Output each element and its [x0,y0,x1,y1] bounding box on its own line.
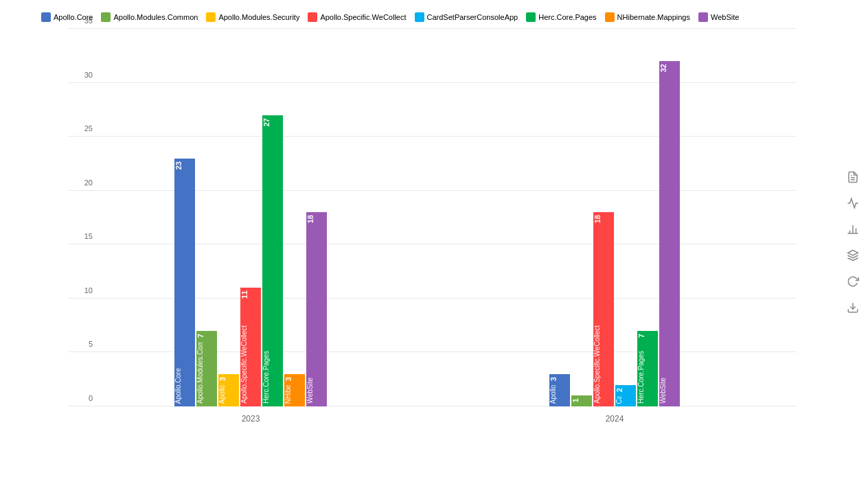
legend-label-apollo-modules-common: Apollo.Modules.Common [113,13,198,21]
legend-color-cardset-parser-console [415,12,424,22]
legend-label-herc-core-pages: Herc.Core.Pages [538,13,596,21]
legend-label-website: WebSite [711,13,739,21]
bar-label-2023-apollo-modules-common: Apollo.Modules.Common [196,342,217,404]
chart-container: Apollo.Core Apollo.Modules.Common Apollo… [0,0,838,484]
bar-2023-herc-core-pages[interactable]: 27Herc.Core.Pages [262,115,283,406]
bar-value-2024-apollo-specific-wecollect: 18 [593,215,614,223]
bar-wrapper-2023-apollo-core: 23Apollo.Core [174,29,195,406]
bar-value-2023-nhibernate-mappings: 3 [284,377,305,381]
bar-label-2023-nhibernate-mappings: NHibernate.Mappings [284,385,305,404]
legend-color-nhibernate-mappings [605,12,615,22]
bar-label-2024-cardset-parser-console: CardSetParserConsoleApp [615,396,636,404]
bar-2023-apollo-modules-security[interactable]: 3Apollo.Modules.Security [218,374,239,406]
legend-color-apollo-modules-security [206,12,216,22]
bar-2023-apollo-specific-wecollect[interactable]: 11Apollo.Specific.WeCollect [240,288,261,406]
legend-label-nhibernate-mappings: NHibernate.Mappings [617,13,690,21]
legend-color-apollo-specific-wecollect [308,12,317,22]
legend-item-apollo-specific-wecollect: Apollo.Specific.WeCollect [308,12,406,22]
year-group-2024: 3Apollo.Core1Apollo.Modules.Common18Apol… [433,29,797,406]
x-label-2023: 2023 [242,414,260,424]
legend-color-website [698,12,708,22]
bar-value-2024-cardset-parser-console: 2 [615,388,636,392]
bar-wrapper-2024-cardset-parser-console: 2CardSetParserConsoleApp [615,29,636,406]
line-chart-icon[interactable] [846,196,860,210]
legend-item-apollo-modules-common: Apollo.Modules.Common [101,12,198,22]
bar-value-2023-website: 18 [306,215,327,223]
year-group-2023: 23Apollo.Core7Apollo.Modules.Common3Apol… [69,29,433,406]
bar-value-2023-apollo-specific-wecollect: 11 [240,290,261,299]
bar-label-2024-apollo-core: Apollo.Core [549,385,570,404]
chart-area: 05101520253035 23Apollo.Core7Apollo.Modu… [41,29,797,427]
bar-value-2024-apollo-core: 3 [549,377,570,381]
bar-value-2023-apollo-core: 23 [174,161,195,170]
bar-wrapper-2024-apollo-specific-wecollect: 18Apollo.Specific.WeCollect [593,29,614,406]
bar-2023-website[interactable]: 18WebSite [306,212,327,406]
sidebar-icons [846,170,860,314]
chart-legend: Apollo.Core Apollo.Modules.Common Apollo… [41,7,797,29]
bar-wrapper-2024-apollo-core: 3Apollo.Core [549,29,570,406]
bar-label-2023-website: WebSite [306,378,327,404]
legend-label-cardset-parser-console: CardSetParserConsoleApp [427,13,518,21]
bar-2024-herc-core-pages[interactable]: 7Herc.Core.Pages [637,331,658,406]
bar-label-2024-website: WebSite [659,378,680,404]
bar-wrapper-2024-website: 32WebSite [659,29,680,406]
bar-2023-apollo-core[interactable]: 23Apollo.Core [174,159,195,406]
x-label-2024: 2024 [606,414,624,424]
legend-item-website: WebSite [698,12,739,22]
bar-2024-apollo-core[interactable]: 3Apollo.Core [549,374,570,406]
bar-label-2023-apollo-modules-security: Apollo.Modules.Security [218,385,239,404]
bar-value-2024-website: 32 [659,64,680,72]
bar-label-2023-herc-core-pages: Herc.Core.Pages [262,351,283,404]
download-icon[interactable] [846,301,860,314]
bar-wrapper-2023-apollo-modules-common: 7Apollo.Modules.Common [196,29,217,406]
bar-2024-apollo-modules-common[interactable]: 1Apollo.Modules.Common [571,395,592,406]
y-axis-label-35: 35 [69,16,93,25]
bar-wrapper-2023-herc-core-pages: 27Herc.Core.Pages [262,29,283,406]
bar-wrapper-2023-apollo-modules-security: 3Apollo.Modules.Security [218,29,239,406]
bar-label-2024-apollo-specific-wecollect: Apollo.Specific.WeCollect [593,325,614,404]
document-icon[interactable] [846,170,860,184]
bar-wrapper-2023-website: 18WebSite [306,29,327,406]
bar-2023-nhibernate-mappings[interactable]: 3NHibernate.Mappings [284,374,305,406]
legend-item-cardset-parser-console: CardSetParserConsoleApp [415,12,518,22]
legend-color-herc-core-pages [526,12,536,22]
bar-wrapper-2024-herc-core-pages: 7Herc.Core.Pages [637,29,658,406]
bar-2024-cardset-parser-console[interactable]: 2CardSetParserConsoleApp [615,385,636,406]
legend-label-apollo-specific-wecollect: Apollo.Specific.WeCollect [320,13,406,21]
bar-wrapper-2023-nhibernate-mappings: 3NHibernate.Mappings [284,29,305,406]
bar-label-2024-herc-core-pages: Herc.Core.Pages [637,351,658,404]
refresh-icon[interactable] [846,275,860,288]
bar-wrapper-2023-apollo-specific-wecollect: 11Apollo.Specific.WeCollect [240,29,261,406]
legend-item-nhibernate-mappings: NHibernate.Mappings [605,12,690,22]
bar-value-2024-herc-core-pages: 7 [637,334,658,338]
legend-item-apollo-modules-security: Apollo.Modules.Security [206,12,299,22]
bar-label-2023-apollo-specific-wecollect: Apollo.Specific.WeCollect [240,325,261,404]
bar-value-2024-apollo-modules-common: 1 [571,398,592,402]
bar-label-2023-apollo-core: Apollo.Core [174,368,195,404]
bar-2024-website[interactable]: 32WebSite [659,61,680,406]
legend-color-apollo-core [41,12,51,22]
bar-2023-apollo-modules-common[interactable]: 7Apollo.Modules.Common [196,331,217,406]
bar-value-2023-apollo-modules-security: 3 [218,377,239,381]
legend-color-apollo-modules-common [101,12,111,22]
svg-marker-6 [848,250,858,255]
legend-item-herc-core-pages: Herc.Core.Pages [526,12,596,22]
layers-icon[interactable] [846,249,860,262]
legend-label-apollo-modules-security: Apollo.Modules.Security [218,13,299,21]
bar-wrapper-2024-apollo-modules-common: 1Apollo.Modules.Common [571,29,592,406]
bar-chart-icon[interactable] [846,222,860,236]
bar-value-2023-herc-core-pages: 27 [262,118,283,126]
bar-2024-apollo-specific-wecollect[interactable]: 18Apollo.Specific.WeCollect [593,212,614,406]
bar-value-2023-apollo-modules-common: 7 [196,334,217,338]
